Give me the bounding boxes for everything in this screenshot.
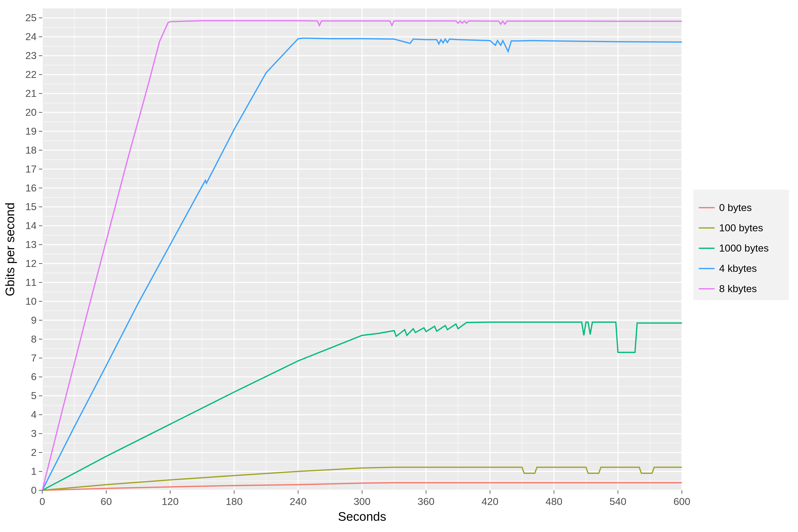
legend: 0 bytes100 bytes1000 bytes4 kbytes8 kbyt… [693, 190, 789, 300]
gridlines [42, 8, 682, 490]
y-tick-label: 13 [25, 239, 37, 250]
y-tick-label: 17 [25, 163, 37, 175]
y-tick-label: 11 [25, 277, 37, 288]
x-tick-label: 180 [226, 496, 243, 507]
chart-svg: 060120180240300360420480540600Seconds012… [0, 0, 798, 532]
y-tick-label: 7 [31, 352, 37, 364]
x-tick-label: 300 [354, 496, 370, 507]
y-tick-label: 24 [25, 31, 37, 42]
y-tick-label: 16 [25, 182, 37, 194]
y-tick-label: 4 [31, 409, 37, 420]
y-tick-label: 8 [31, 333, 37, 345]
legend-label: 8 kbytes [719, 283, 757, 294]
y-tick-label: 25 [25, 12, 37, 23]
legend-label: 0 bytes [719, 202, 752, 213]
y-tick-label: 22 [25, 69, 37, 80]
x-tick-label: 600 [673, 496, 690, 507]
y-tick-label: 19 [25, 126, 37, 137]
y-tick-label: 20 [25, 107, 37, 118]
x-axis-label: Seconds [338, 510, 386, 524]
x-tick-label: 120 [162, 496, 178, 507]
x-tick-label: 0 [39, 496, 45, 507]
legend-label: 1000 bytes [719, 242, 769, 254]
y-tick-label: 18 [25, 145, 37, 156]
legend-label: 100 bytes [719, 222, 763, 233]
y-tick-label: 2 [31, 446, 37, 458]
y-tick-label: 15 [25, 201, 37, 212]
y-tick-label: 1 [31, 466, 37, 477]
y-tick-label: 3 [31, 428, 37, 439]
y-tick-label: 6 [31, 371, 37, 382]
line-chart: 060120180240300360420480540600Seconds012… [0, 0, 798, 532]
x-tick-label: 420 [481, 496, 498, 507]
legend-label: 4 kbytes [719, 263, 757, 274]
y-tick-label: 12 [25, 258, 37, 269]
y-tick-label: 5 [31, 390, 37, 401]
x-axis: 060120180240300360420480540600 [39, 490, 690, 507]
x-tick-label: 60 [101, 496, 112, 507]
y-tick-label: 0 [31, 484, 37, 496]
x-tick-label: 540 [609, 496, 626, 507]
x-tick-label: 240 [290, 496, 306, 507]
y-tick-label: 9 [31, 315, 37, 326]
y-axis-label: Gbits per second [3, 203, 17, 296]
y-tick-label: 21 [25, 88, 37, 99]
y-tick-label: 23 [25, 50, 37, 61]
y-tick-label: 10 [25, 296, 37, 307]
y-tick-label: 14 [25, 220, 37, 231]
x-tick-label: 360 [418, 496, 435, 507]
y-axis: 0123456789101112131415161718192021222324… [25, 12, 42, 496]
x-tick-label: 480 [546, 496, 563, 507]
